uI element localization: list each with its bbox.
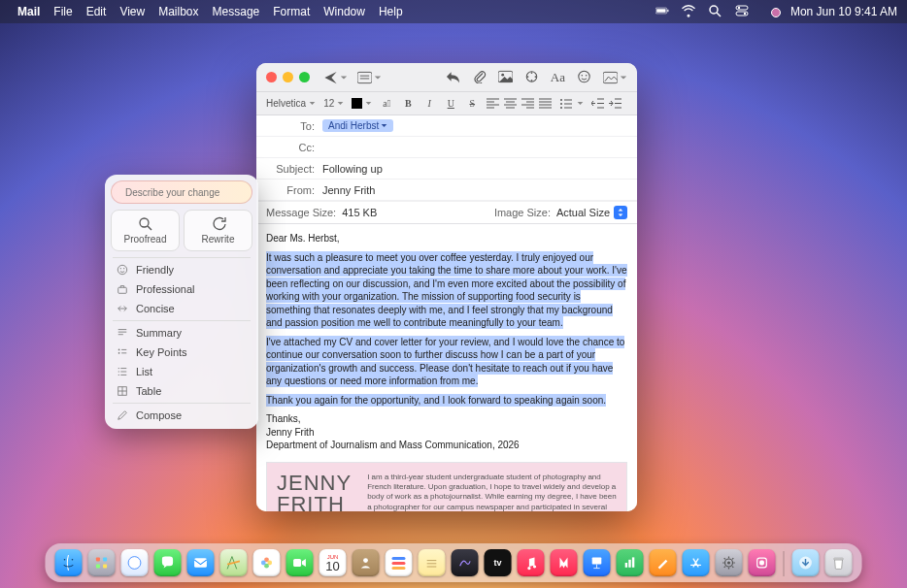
writing-tools-prompt[interactable] [111, 180, 252, 204]
minimize-button[interactable] [283, 72, 293, 82]
menu-mailbox[interactable]: Mailbox [158, 5, 198, 18]
message-body[interactable]: Dear Ms. Herbst, It was such a pleasure … [256, 224, 637, 511]
menu-format[interactable]: Format [273, 5, 310, 18]
list-item[interactable]: List [105, 362, 258, 381]
subject-label: Subject: [266, 163, 315, 175]
indent-button[interactable] [609, 98, 621, 109]
svg-rect-57 [118, 287, 127, 293]
dock-reminders[interactable] [386, 549, 413, 576]
body-paragraph-1: It was such a pleasure to meet you over … [266, 251, 627, 330]
dock-safari[interactable] [121, 549, 149, 576]
dock-calendar[interactable]: JUN10 [319, 549, 347, 576]
text-format-button[interactable]: Aa [551, 70, 565, 85]
menu-message[interactable]: Message [213, 5, 260, 18]
svg-rect-80 [103, 565, 107, 569]
image-size-select[interactable]: Actual Size [556, 206, 627, 219]
spotlight-icon[interactable] [708, 4, 722, 17]
insert-photo-button[interactable] [498, 70, 513, 85]
dock: JUN10 tv [46, 543, 862, 582]
friendly-item[interactable]: Friendly [105, 260, 258, 279]
dock-photos[interactable] [253, 549, 281, 576]
table-item[interactable]: Table [105, 381, 258, 401]
professional-item[interactable]: Professional [105, 279, 258, 299]
dock-music[interactable] [518, 549, 545, 576]
attach-button[interactable] [472, 70, 487, 85]
font-size-select[interactable]: 12 [323, 98, 344, 109]
dock-pages[interactable] [650, 549, 677, 576]
rewrite-button[interactable]: Rewrite [184, 210, 252, 251]
body-paragraph-2: I've attached my CV and cover letter for… [266, 336, 624, 388]
italic-button[interactable]: I [422, 98, 436, 109]
dock-settings[interactable] [716, 549, 743, 576]
outdent-button[interactable] [591, 98, 604, 109]
menu-window[interactable]: Window [323, 5, 365, 18]
svg-rect-97 [632, 557, 634, 567]
align-justify-button[interactable] [539, 98, 552, 109]
text-effects-button[interactable]: a⃰ [380, 98, 393, 109]
dock-mail[interactable] [187, 549, 215, 576]
dock-freeform[interactable] [452, 549, 479, 576]
dock-notes[interactable] [419, 549, 446, 576]
briefcase-icon [117, 283, 128, 295]
svg-rect-77 [96, 557, 100, 561]
text-color-button[interactable] [352, 98, 372, 109]
dock-messages[interactable] [154, 549, 182, 576]
svg-point-7 [737, 6, 739, 8]
dock-finder[interactable] [55, 549, 83, 576]
send-button[interactable] [323, 71, 348, 84]
align-right-button[interactable] [521, 98, 534, 109]
svg-point-76 [72, 559, 74, 561]
dock-facetime[interactable] [286, 549, 314, 576]
dock-appstore[interactable] [683, 549, 710, 576]
menu-view[interactable]: View [119, 5, 145, 18]
reply-button[interactable] [446, 70, 460, 85]
wifi-icon[interactable] [682, 4, 695, 17]
proofread-button[interactable]: Proofread [111, 210, 180, 251]
format-button[interactable] [524, 70, 539, 85]
cc-field[interactable] [322, 142, 627, 153]
svg-rect-78 [103, 557, 107, 561]
dock-numbers[interactable] [617, 549, 644, 576]
dock-maps[interactable] [220, 549, 248, 576]
compose-item[interactable]: Compose [105, 406, 258, 425]
header-fields-button[interactable] [357, 71, 382, 84]
writing-tools-input[interactable] [125, 187, 249, 198]
dock-shortcuts[interactable] [749, 549, 776, 576]
menu-help[interactable]: Help [379, 5, 403, 18]
body-paragraph-3: Thank you again for the opportunity, and… [266, 394, 606, 407]
align-center-button[interactable] [504, 98, 517, 109]
from-value[interactable]: Jenny Frith [322, 184, 375, 196]
close-button[interactable] [266, 72, 277, 82]
menu-app[interactable]: Mail [17, 5, 40, 18]
menubar-clock[interactable]: Mon Jun 10 9:41 AM [790, 5, 897, 18]
emoji-button[interactable] [577, 70, 591, 85]
list-style-button[interactable] [559, 98, 584, 109]
to-recipient-token[interactable]: Andi Herbst [322, 119, 393, 132]
strikethrough-button[interactable]: S [465, 98, 479, 109]
svg-line-4 [717, 13, 721, 16]
summary-item[interactable]: Summary [105, 323, 258, 343]
dock-tv[interactable]: tv [485, 549, 512, 576]
align-left-button[interactable] [487, 98, 499, 109]
menu-edit[interactable]: Edit [86, 5, 107, 18]
media-browser-button[interactable] [603, 71, 627, 84]
bold-button[interactable]: B [401, 98, 415, 109]
font-family-select[interactable]: Helvetica [266, 98, 316, 109]
dock-downloads[interactable] [792, 549, 820, 576]
dock-news[interactable] [551, 549, 578, 576]
dock-trash[interactable] [825, 549, 853, 576]
svg-point-20 [582, 74, 584, 76]
zoom-button[interactable] [299, 72, 310, 82]
underline-button[interactable]: U [444, 98, 457, 109]
window-titlebar[interactable]: Aa [256, 63, 637, 92]
user-icon[interactable] [761, 8, 781, 17]
battery-icon[interactable] [655, 4, 669, 17]
subject-field[interactable] [322, 163, 627, 175]
dock-contacts[interactable] [353, 549, 380, 576]
control-center-icon[interactable] [735, 4, 749, 17]
dock-keynote[interactable] [584, 549, 611, 576]
concise-item[interactable]: Concise [105, 299, 258, 318]
dock-launchpad[interactable] [88, 549, 116, 576]
menu-file[interactable]: File [53, 5, 72, 18]
keypoints-item[interactable]: Key Points [105, 343, 258, 362]
